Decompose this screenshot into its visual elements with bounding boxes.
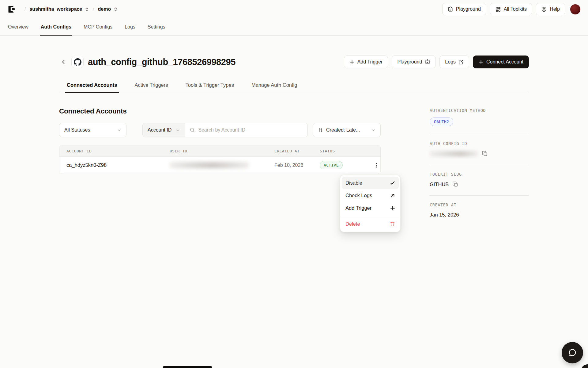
- grid-icon: [495, 6, 501, 12]
- menu-divider: [340, 216, 400, 216]
- table-header: ACCOUNT ID USER ID CREATED AT STATUS: [59, 145, 380, 157]
- nav-tab-settings[interactable]: Settings: [147, 18, 166, 35]
- workspace-switcher[interactable]: sushmitha_workspace: [29, 6, 89, 12]
- page-title: auth_config_github_1768526998295: [88, 57, 236, 67]
- chevron-down-icon: [371, 128, 375, 132]
- search-group: Account ID: [142, 123, 308, 137]
- github-icon: [71, 56, 84, 68]
- status-filter-select[interactable]: All Statuses: [59, 123, 126, 137]
- col-user-id: USER ID: [163, 149, 267, 153]
- copy-icon: [482, 151, 488, 157]
- tab-active-triggers[interactable]: Active Triggers: [134, 82, 168, 93]
- corner-widget: [581, 364, 588, 368]
- page-header: auth_config_github_1768526998295 Add Tri…: [59, 55, 529, 69]
- user-avatar[interactable]: [570, 4, 581, 15]
- toolkit-slug-value: GITHUB: [430, 182, 449, 187]
- account-id-cell: ca_hdyz5kn0-Z98: [59, 162, 163, 168]
- connect-account-button[interactable]: Connect Account: [473, 56, 529, 68]
- chevron-down-icon: [117, 128, 121, 132]
- playground-button[interactable]: Playground: [442, 3, 486, 15]
- copy-toolkit-slug-button[interactable]: [452, 181, 458, 187]
- nav-tab-logs[interactable]: Logs: [124, 18, 136, 35]
- filters-row: All Statuses Account ID: [59, 123, 381, 137]
- toolkit-slug-section: TOOLKIT SLUG GITHUB: [430, 172, 529, 196]
- nav-tab-mcp-configs[interactable]: MCP Configs: [83, 18, 113, 35]
- search-icon: [190, 127, 195, 133]
- status-badge: ACTIVE: [320, 161, 343, 169]
- menu-item-disable[interactable]: Disable: [342, 177, 399, 189]
- nav-tab-overview[interactable]: Overview: [7, 18, 29, 35]
- tab-manage-auth-config[interactable]: Manage Auth Config: [251, 82, 297, 93]
- playground-icon: [425, 59, 430, 65]
- tab-tools-trigger-types[interactable]: Tools & Trigger Types: [186, 82, 234, 93]
- toolkit-slug-label: TOOLKIT SLUG: [430, 172, 529, 177]
- user-id-cell: [163, 162, 267, 168]
- sort-arrows-icon: [318, 128, 323, 132]
- auth-method-badge: OAUTH2: [430, 117, 453, 126]
- chevrons-up-down-icon: [85, 7, 89, 12]
- plus-icon: [349, 59, 355, 65]
- plus-icon: [390, 206, 395, 211]
- created-at-section: CREATED AT Jan 15, 2026: [430, 202, 529, 226]
- external-link-icon: [458, 59, 464, 65]
- auth-method-section: AUTHENTICATION METHOD OAUTH2: [430, 108, 529, 134]
- nav-tab-auth-configs[interactable]: Auth Configs: [40, 18, 72, 35]
- playground-action-button[interactable]: Playground: [392, 56, 436, 68]
- detail-tabs: Connected Accounts Active Triggers Tools…: [59, 82, 529, 93]
- chat-widget-button[interactable]: [562, 342, 583, 363]
- chat-bubble-icon: [568, 348, 577, 357]
- connected-accounts-section: Connected Accounts All Statuses Account …: [59, 107, 381, 232]
- search-input[interactable]: [198, 127, 303, 133]
- search-field-select[interactable]: Account ID: [143, 123, 185, 137]
- add-trigger-button[interactable]: Add Trigger: [344, 56, 388, 68]
- breadcrumb-separator: /: [93, 6, 94, 12]
- created-at-cell: Feb 10, 2026: [267, 163, 313, 168]
- created-at-value: Jan 15, 2026: [430, 212, 459, 218]
- col-account-id: ACCOUNT ID: [59, 149, 163, 153]
- row-menu-button[interactable]: [371, 160, 381, 171]
- sort-select[interactable]: Created: Late...: [313, 123, 381, 137]
- playground-icon: [447, 6, 453, 12]
- plus-icon: [478, 59, 484, 65]
- lifebuoy-icon: [541, 6, 547, 12]
- col-created-at: CREATED AT: [267, 149, 313, 153]
- copy-auth-config-id-button[interactable]: [482, 151, 488, 157]
- chevron-left-icon: [60, 59, 66, 65]
- table-row[interactable]: ca_hdyz5kn0-Z98 Feb 10, 2026 ACTIVE: [59, 157, 380, 174]
- menu-item-check-logs[interactable]: Check Logs: [342, 189, 399, 202]
- section-heading: Connected Accounts: [59, 107, 381, 115]
- project-switcher[interactable]: demo: [98, 6, 118, 12]
- created-at-label: CREATED AT: [430, 202, 529, 207]
- col-status: STATUS: [313, 149, 368, 153]
- menu-item-add-trigger[interactable]: Add Trigger: [342, 202, 399, 214]
- logs-button[interactable]: Logs: [439, 56, 469, 68]
- redacted-auth-config-id: [430, 151, 478, 157]
- help-button[interactable]: Help: [536, 3, 565, 15]
- auth-config-id-section: AUTH CONFIG ID: [430, 141, 529, 165]
- topbar: / sushmitha_workspace / demo Playground: [0, 0, 588, 18]
- status-cell: ACTIVE: [313, 161, 368, 169]
- auth-method-label: AUTHENTICATION METHOD: [430, 108, 529, 113]
- redacted-user-id: [170, 162, 249, 168]
- tab-connected-accounts[interactable]: Connected Accounts: [67, 82, 117, 93]
- check-icon: [390, 180, 395, 186]
- chevron-down-icon: [176, 128, 180, 132]
- main-nav-tabs: Overview Auth Configs MCP Configs Logs S…: [0, 18, 588, 36]
- menu-item-delete[interactable]: Delete: [342, 218, 399, 230]
- auth-config-id-label: AUTH CONFIG ID: [430, 141, 529, 146]
- all-toolkits-button[interactable]: All Toolkits: [490, 3, 532, 15]
- arrow-up-right-icon: [390, 193, 395, 198]
- copy-icon: [452, 181, 458, 187]
- chevrons-up-down-icon: [113, 7, 118, 12]
- details-panel: AUTHENTICATION METHOD OAUTH2 AUTH CONFIG…: [430, 107, 529, 232]
- back-button[interactable]: [59, 58, 68, 66]
- composio-logo[interactable]: [7, 5, 16, 13]
- row-context-menu: Disable Check Logs Add Trigger Delete: [340, 175, 401, 232]
- accounts-table: ACCOUNT ID USER ID CREATED AT STATUS ca_…: [59, 145, 381, 174]
- trash-icon: [390, 221, 395, 227]
- workspace-name: sushmitha_workspace: [29, 6, 82, 12]
- page-actions: Add Trigger Playground Logs: [344, 56, 529, 68]
- project-name: demo: [98, 6, 111, 12]
- home-indicator: [163, 366, 212, 368]
- kebab-icon: [374, 163, 379, 168]
